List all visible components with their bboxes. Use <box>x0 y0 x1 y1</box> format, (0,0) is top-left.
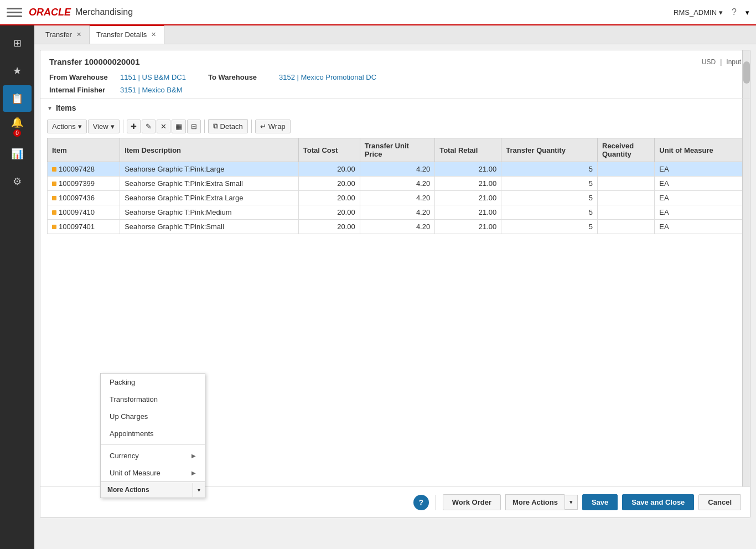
table-row[interactable]: 100097410Seahorse Graphic T:Pink:Medium2… <box>48 205 743 220</box>
filter-icon: ⊟ <box>191 122 197 131</box>
cancel-button[interactable]: Cancel <box>698 494 741 510</box>
hamburger-menu[interactable] <box>7 4 22 20</box>
delete-button[interactable]: ✕ <box>157 120 170 133</box>
cell-received-quantity <box>598 205 655 220</box>
dropdown-item-unit-of-measure[interactable]: Unit of Measure ▶ <box>101 464 205 481</box>
dropdown-item-up-charges[interactable]: Up Charges <box>101 408 205 425</box>
cell-total-cost: 20.00 <box>298 162 360 177</box>
main-area: Transfer ✕ Transfer Details ✕ Transfer 1… <box>34 25 756 549</box>
tab-transfer[interactable]: Transfer ✕ <box>39 25 90 44</box>
from-warehouse-label: From Warehouse <box>49 73 116 81</box>
wrap-label: Wrap <box>268 122 286 131</box>
items-table: Item Item Description Total Cost Transfe… <box>47 138 743 234</box>
more-actions-main-button[interactable]: More Actions <box>505 494 565 510</box>
user-menu[interactable]: RMS_ADMIN ▾ <box>674 8 723 17</box>
tabs-bar: Transfer ✕ Transfer Details ✕ <box>34 25 756 44</box>
from-warehouse-value: 1151 | US B&M DC1 <box>120 73 186 81</box>
dropdown-item-packing[interactable]: Packing <box>101 374 205 391</box>
unit-of-measure-label: Unit of Measure <box>110 469 160 477</box>
col-header-total-cost: Total Cost <box>298 138 360 162</box>
help-button[interactable]: ? <box>413 495 429 510</box>
save-close-button[interactable]: Save and Close <box>622 494 694 510</box>
work-order-button[interactable]: Work Order <box>443 494 501 510</box>
sidebar-item-notifications[interactable]: 🔔 0 <box>3 113 32 139</box>
cell-item: 100097410 <box>48 205 120 220</box>
user-name: RMS_ADMIN <box>674 8 717 17</box>
cell-transfer-quantity: 5 <box>501 191 598 205</box>
col-header-transfer-unit-price: Transfer UnitPrice <box>360 138 434 162</box>
help-icon[interactable]: ? <box>732 7 737 17</box>
cell-received-quantity <box>598 220 655 234</box>
sidebar: ⊞ ★ 📋 🔔 0 📊 ⚙ <box>0 25 34 549</box>
dropdown-item-currency[interactable]: Currency ▶ <box>101 447 205 464</box>
top-bar-right: RMS_ADMIN ▾ ? ▾ <box>674 7 749 17</box>
table-header-row: Item Item Description Total Cost Transfe… <box>48 138 743 162</box>
settings-icon[interactable]: ▾ <box>745 8 749 17</box>
detach-button[interactable]: ⧉ Detach <box>208 119 248 133</box>
scrollbar[interactable] <box>742 50 750 517</box>
cell-unit-of-measure: EA <box>655 177 743 191</box>
sidebar-item-home[interactable]: ⊞ <box>3 30 32 56</box>
sidebar-item-favorites[interactable]: ★ <box>3 58 32 84</box>
row-indicator <box>52 167 56 172</box>
actions-button[interactable]: Actions ▾ <box>47 120 87 133</box>
dropdown-footer-caret[interactable]: ▾ <box>193 483 205 497</box>
settings-icon: ⚙ <box>13 175 22 188</box>
dropdown-item-appointments[interactable]: Appointments <box>101 425 205 442</box>
sidebar-item-reports[interactable]: 📊 <box>3 141 32 167</box>
save-button[interactable]: Save <box>582 494 618 510</box>
col-header-uom: Unit of Measure <box>655 138 743 162</box>
dropdown-separator <box>101 444 205 445</box>
cell-item: 100097399 <box>48 177 120 191</box>
view-detail-button[interactable]: ▦ <box>172 120 186 133</box>
view-button[interactable]: View ▾ <box>88 120 120 133</box>
cell-unit-of-measure: EA <box>655 191 743 205</box>
toolbar-separator-3 <box>251 120 252 133</box>
sidebar-item-settings[interactable]: ⚙ <box>3 168 32 195</box>
cell-total-retail: 21.00 <box>435 205 501 220</box>
wrap-button[interactable]: ↵ Wrap <box>255 120 291 133</box>
header-info: From Warehouse 1151 | US B&M DC1 Interna… <box>49 73 741 94</box>
cell-transfer-quantity: 5 <box>501 162 598 177</box>
row-indicator <box>52 225 56 229</box>
table-row[interactable]: 100097436Seahorse Graphic T:Pink:Extra L… <box>48 191 743 205</box>
edit-button[interactable]: ✎ <box>142 120 156 133</box>
cell-item: 100097401 <box>48 220 120 234</box>
edit-icon: ✎ <box>146 122 152 131</box>
more-actions-caret-button[interactable]: ▾ <box>565 495 578 510</box>
cell-transfer-quantity: 5 <box>501 177 598 191</box>
filter-button[interactable]: ⊟ <box>187 120 201 133</box>
dropdown-footer-more-actions[interactable]: More Actions <box>101 482 193 498</box>
section-collapse-icon: ▼ <box>47 105 53 111</box>
tab-transfer-close[interactable]: ✕ <box>75 30 82 39</box>
detach-label: Detach <box>220 122 243 131</box>
cell-total-cost: 20.00 <box>298 205 360 220</box>
cell-transfer-unit-price: 4.20 <box>360 220 434 234</box>
reports-icon: 📊 <box>11 148 23 160</box>
dropdown-footer: More Actions ▾ <box>101 481 205 498</box>
delete-icon: ✕ <box>160 122 167 131</box>
currency-submenu-icon: ▶ <box>191 453 196 459</box>
col-header-transfer-qty: Transfer Quantity <box>501 138 598 162</box>
tab-transfer-label: Transfer <box>45 30 72 39</box>
cell-item: 100097428 <box>48 162 120 177</box>
col-header-item: Item <box>48 138 120 162</box>
internal-finisher-value: 3151 | Mexico B&M <box>120 86 182 94</box>
sidebar-item-tasks[interactable]: 📋 <box>3 85 32 112</box>
table-row[interactable]: 100097428Seahorse Graphic T:Pink:Large20… <box>48 162 743 177</box>
table-row[interactable]: 100097401Seahorse Graphic T:Pink:Small20… <box>48 220 743 234</box>
cell-total-cost: 20.00 <box>298 191 360 205</box>
cell-unit-of-measure: EA <box>655 162 743 177</box>
items-section: ▼ Items Actions ▾ View ▾ ✚ ✎ <box>40 99 750 239</box>
add-button[interactable]: ✚ <box>127 120 141 133</box>
transformation-label: Transformation <box>110 395 158 403</box>
cell-received-quantity <box>598 191 655 205</box>
cell-unit-of-measure: EA <box>655 205 743 220</box>
items-section-header[interactable]: ▼ Items <box>47 103 743 112</box>
tab-transfer-details[interactable]: Transfer Details ✕ <box>90 25 164 44</box>
cell-description: Seahorse Graphic T:Pink:Extra Small <box>120 177 299 191</box>
tab-transfer-details-close[interactable]: ✕ <box>150 30 157 39</box>
up-charges-label: Up Charges <box>110 412 148 421</box>
table-row[interactable]: 100097399Seahorse Graphic T:Pink:Extra S… <box>48 177 743 191</box>
dropdown-item-transformation[interactable]: Transformation <box>101 391 205 408</box>
